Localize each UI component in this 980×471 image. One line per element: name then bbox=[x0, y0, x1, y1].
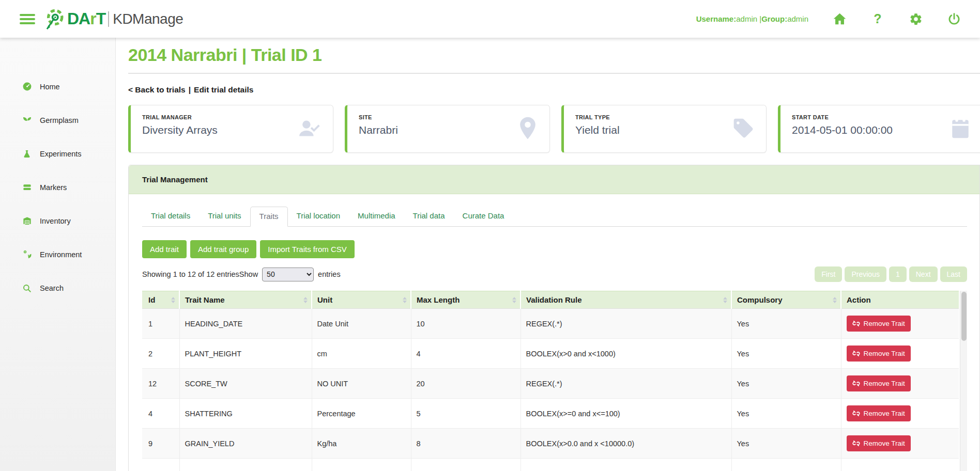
add-trait-button[interactable]: Add trait bbox=[142, 240, 187, 258]
sidebar-item-germplasm[interactable]: Germplasm bbox=[0, 103, 116, 137]
seedling-icon bbox=[22, 115, 32, 125]
pagination-next-button[interactable]: Next bbox=[909, 266, 938, 282]
help-icon[interactable]: ? bbox=[870, 12, 885, 26]
cell-id: 12 bbox=[142, 369, 179, 399]
brand-product: KDManage bbox=[113, 11, 183, 27]
cell-id: 4 bbox=[142, 399, 179, 429]
unlink-icon bbox=[852, 350, 860, 357]
cell-id: 9 bbox=[142, 429, 179, 459]
add-trait-group-button[interactable]: Add trait group bbox=[190, 240, 256, 258]
top-bar: DArT KDManage Username:admin |Group:admi… bbox=[0, 0, 980, 38]
tab-multimedia[interactable]: Multimedia bbox=[349, 207, 404, 227]
cell-unit: Date Unit bbox=[312, 309, 411, 339]
back-to-trials-link[interactable]: < Back to trials bbox=[128, 85, 186, 94]
remove-trait-button[interactable]: Remove Trait bbox=[847, 435, 911, 451]
brand-dart: DArT bbox=[67, 9, 105, 28]
scrollbar-thumb[interactable] bbox=[961, 292, 967, 341]
traits-table-body: 1 HEADING_DATE Date Unit 10 REGEX(.*) Ye… bbox=[142, 309, 959, 471]
import-traits-csv-button[interactable]: Import Traits from CSV bbox=[260, 240, 355, 258]
tab-trial-data[interactable]: Trial data bbox=[404, 207, 454, 227]
tab-trial-units[interactable]: Trial units bbox=[199, 207, 250, 227]
remove-trait-button[interactable]: Remove Trait bbox=[847, 346, 911, 362]
hamburger-icon[interactable] bbox=[20, 14, 35, 24]
group-label: Group: bbox=[761, 14, 787, 23]
remove-trait-button[interactable]: Remove Trait bbox=[847, 405, 911, 421]
sidebar-item-experiments[interactable]: Experiments bbox=[0, 137, 116, 170]
sidebar-item-home[interactable]: Home bbox=[0, 70, 116, 103]
breadcrumb: < Back to trials|Edit trial details bbox=[128, 85, 980, 95]
calendar-icon bbox=[950, 116, 971, 142]
table-row: 2 PLANT_HEIGHT cm 4 BOOLEX(x>0 and x<100… bbox=[142, 339, 959, 369]
cell-max-length: 20 bbox=[411, 369, 520, 399]
trial-type-card: TRIAL TYPE Yield trial bbox=[561, 105, 767, 153]
column-header-validation-rule[interactable]: Validation Rule bbox=[520, 291, 731, 309]
title-divider bbox=[128, 73, 980, 74]
power-icon[interactable] bbox=[947, 12, 961, 26]
pagination-previous-button[interactable]: Previous bbox=[845, 266, 886, 282]
cell-compulsory: Yes bbox=[731, 399, 841, 429]
cell-max-length: 4 bbox=[411, 339, 520, 369]
column-header-unit[interactable]: Unit bbox=[312, 291, 411, 309]
column-header-id[interactable]: Id bbox=[142, 291, 179, 309]
edit-trial-details-link[interactable]: Edit trial details bbox=[194, 85, 253, 94]
trial-manager-card: TRIAL MANAGER Diversity Arrays bbox=[128, 105, 333, 153]
show-label: Show bbox=[239, 270, 258, 278]
search-icon bbox=[22, 284, 32, 293]
pagination-first-button[interactable]: First bbox=[815, 266, 842, 282]
unlink-icon bbox=[852, 320, 860, 327]
username-value: admin bbox=[736, 14, 757, 23]
cell-validation-rule: REGEX(.*) bbox=[520, 309, 731, 339]
cell-validation-rule: BOOLEX(x>0.0 and x <10000.0) bbox=[520, 429, 731, 459]
sort-icon bbox=[403, 297, 407, 303]
tab-trial-location[interactable]: Trial location bbox=[288, 207, 349, 227]
start-date-card: START DATE 2014-05-01 00:00:00 bbox=[778, 105, 980, 153]
tab-curate-data[interactable]: Curate Data bbox=[454, 207, 513, 227]
table-scrollbar[interactable] bbox=[960, 291, 967, 471]
pagination-page-1-button[interactable]: 1 bbox=[889, 266, 907, 282]
sidebar-item-inventory[interactable]: Inventory bbox=[0, 204, 116, 238]
panel-title: Trial Management bbox=[129, 165, 979, 194]
cell-trait-name: PLANT_HEIGHT bbox=[179, 339, 312, 369]
dashboard-icon bbox=[22, 82, 32, 91]
column-header-compulsory[interactable]: Compulsory bbox=[731, 291, 841, 309]
cell-validation-rule: BOOLEX(x>=0 and x<=100) bbox=[520, 399, 731, 429]
home-icon[interactable] bbox=[832, 12, 847, 26]
pagination-last-button[interactable]: Last bbox=[940, 266, 967, 282]
cell-id: 2 bbox=[142, 339, 179, 369]
pagination: First Previous 1 Next Last bbox=[815, 266, 967, 282]
sidebar-item-environment[interactable]: Environment bbox=[0, 238, 116, 271]
trait-actions: Add trait Add trait group Import Traits … bbox=[142, 240, 967, 258]
cell-validation-rule: REGEX(.*) bbox=[520, 369, 731, 399]
cell-unit: NO UNIT bbox=[312, 369, 411, 399]
remove-trait-button[interactable]: Remove Trait bbox=[847, 375, 911, 391]
cell-action: Remove Trait bbox=[841, 309, 959, 339]
cell-trait-name: SHATTERING bbox=[179, 399, 312, 429]
column-header-max-length[interactable]: Max Length bbox=[411, 291, 520, 309]
page-size-select[interactable]: 50 bbox=[262, 268, 314, 281]
sort-icon bbox=[171, 297, 175, 303]
column-header-action: Action bbox=[841, 291, 959, 309]
app-logo[interactable]: DArT KDManage bbox=[43, 7, 183, 31]
sort-icon bbox=[303, 297, 308, 303]
page-title: 2014 Narrabri | Trial ID 1 bbox=[128, 45, 980, 65]
sidebar-item-markers[interactable]: Markers bbox=[0, 170, 116, 204]
table-row: 4 SHATTERING Percentage 5 BOOLEX(x>=0 an… bbox=[142, 399, 959, 429]
traits-table: Id Trait Name Unit Max Length Validation… bbox=[142, 291, 959, 471]
tab-traits[interactable]: Traits bbox=[250, 207, 288, 227]
cell-compulsory: Yes bbox=[731, 429, 841, 459]
settings-icon[interactable] bbox=[909, 12, 923, 26]
column-header-trait-name[interactable]: Trait Name bbox=[179, 291, 312, 309]
tab-trial-details[interactable]: Trial details bbox=[142, 207, 199, 227]
site-card: SITE Narrabri bbox=[345, 105, 550, 153]
cell-unit: Percentage bbox=[312, 399, 411, 429]
table-row-clipped bbox=[142, 459, 959, 471]
cell-id: 1 bbox=[142, 309, 179, 339]
cell-max-length: 5 bbox=[411, 399, 520, 429]
remove-trait-button[interactable]: Remove Trait bbox=[847, 316, 911, 332]
cell-action: Remove Trait bbox=[841, 369, 959, 399]
tag-icon bbox=[732, 117, 755, 142]
cell-trait-name: HEADING_DATE bbox=[179, 309, 312, 339]
table-row: 12 SCORE_TW NO UNIT 20 REGEX(.*) Yes Rem… bbox=[142, 369, 959, 399]
user-check-icon bbox=[297, 117, 321, 142]
sidebar-item-search[interactable]: Search bbox=[0, 271, 116, 305]
